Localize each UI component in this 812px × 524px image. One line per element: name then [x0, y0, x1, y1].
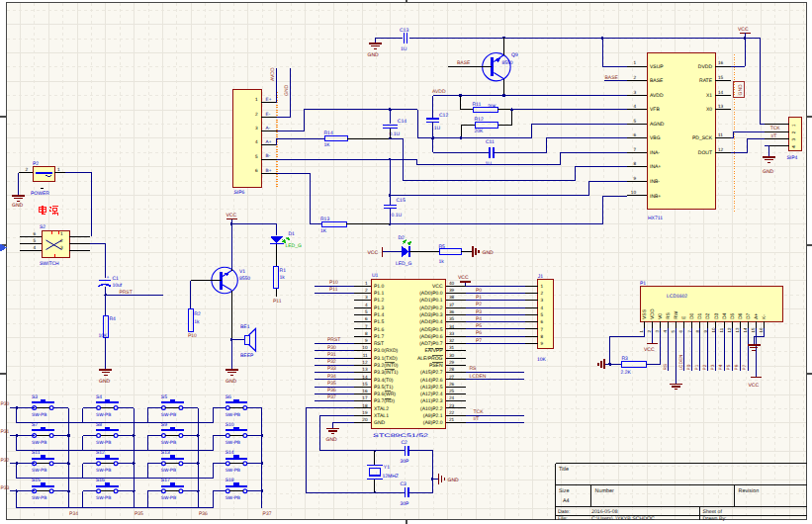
- svg-text:30: 30: [449, 353, 455, 358]
- svg-text:SW-PB: SW-PB: [96, 412, 111, 417]
- svg-text:S12: S12: [96, 450, 105, 456]
- svg-text:P37: P37: [327, 394, 336, 400]
- svg-text:12MHZ: 12MHZ: [383, 474, 399, 480]
- svg-text:8: 8: [365, 331, 368, 336]
- svg-text:RS: RS: [663, 364, 668, 371]
- svg-text:34: 34: [449, 324, 455, 329]
- svg-text:2.2K: 2.2K: [621, 370, 632, 376]
- svg-text:D2: D2: [705, 312, 711, 319]
- svg-text:P11: P11: [329, 287, 338, 293]
- svg-text:P0: P0: [686, 364, 691, 370]
- svg-text:24: 24: [449, 395, 455, 400]
- svg-text:AVDD: AVDD: [432, 89, 446, 95]
- svg-text:1U: 1U: [486, 161, 493, 167]
- svg-text:P7: P7: [476, 338, 482, 344]
- svg-text:1U: 1U: [401, 46, 407, 52]
- svg-text:9: 9: [365, 338, 368, 343]
- svg-text:E+: E+: [266, 97, 272, 102]
- svg-text:VFB: VFB: [650, 107, 660, 113]
- svg-text:P3: P3: [476, 309, 482, 315]
- svg-text:GND: GND: [12, 203, 24, 209]
- svg-text:1K: 1K: [320, 228, 327, 234]
- svg-text:6: 6: [541, 319, 544, 324]
- svg-text:PRST: PRST: [119, 290, 132, 296]
- svg-text:D0: D0: [689, 312, 695, 319]
- svg-text:1k: 1k: [194, 319, 200, 325]
- svg-text:10K: 10K: [99, 333, 109, 339]
- svg-text:GND: GND: [763, 169, 774, 175]
- svg-text:GND: GND: [326, 437, 338, 443]
- svg-text:S13: S13: [161, 450, 170, 456]
- svg-text:(A11)P2.3: (A11)P2.3: [420, 398, 442, 404]
- svg-text:19: 19: [362, 410, 368, 415]
- svg-text:40: 40: [449, 281, 455, 286]
- svg-text:5: 5: [365, 309, 368, 314]
- svg-text:U1: U1: [372, 273, 379, 279]
- svg-text:(AD4)P0.4: (AD4)P0.4: [419, 319, 443, 325]
- svg-text:2: 2: [26, 167, 29, 172]
- svg-text:SW-PB: SW-PB: [226, 495, 240, 500]
- svg-text:S15: S15: [32, 478, 41, 483]
- svg-text:0.1U: 0.1U: [390, 131, 401, 137]
- svg-text:(A15)P2.7: (A15)P2.7: [420, 370, 443, 376]
- svg-text:7: 7: [541, 327, 544, 332]
- svg-text:SW-PB: SW-PB: [32, 412, 46, 417]
- svg-text:13: 13: [718, 104, 724, 109]
- svg-text:P1.6: P1.6: [374, 327, 385, 333]
- svg-text:R5: R5: [439, 244, 446, 250]
- svg-text:30P: 30P: [401, 459, 410, 465]
- svg-text:14: 14: [362, 375, 368, 380]
- svg-text:16: 16: [718, 60, 724, 65]
- svg-text:X1: X1: [706, 93, 712, 99]
- svg-text:P2: P2: [33, 161, 39, 167]
- svg-text:VCC: VCC: [432, 284, 443, 290]
- svg-text:P35: P35: [327, 381, 336, 387]
- svg-text:2: 2: [791, 131, 796, 133]
- svg-text:RS: RS: [666, 311, 672, 319]
- svg-text:14: 14: [743, 327, 748, 333]
- svg-text:7: 7: [633, 147, 636, 152]
- svg-text:2016-05-08: 2016-05-08: [591, 509, 618, 515]
- svg-text:EA/VPP: EA/VPP: [424, 348, 443, 354]
- svg-text:RATE: RATE: [699, 78, 713, 84]
- svg-text:R11: R11: [473, 102, 482, 108]
- svg-text:2: 2: [60, 238, 63, 243]
- svg-text:P6: P6: [476, 330, 482, 336]
- svg-text:(AD0)P0.0: (AD0)P0.0: [419, 291, 443, 297]
- svg-text:P0: P0: [476, 288, 482, 294]
- svg-text:4: 4: [255, 139, 258, 144]
- svg-text:2: 2: [365, 288, 368, 293]
- svg-text:P5: P5: [726, 364, 731, 370]
- svg-text:3: 3: [541, 298, 544, 303]
- svg-text:GND: GND: [226, 379, 237, 385]
- svg-text:INB-: INB-: [650, 179, 660, 185]
- svg-text:R14: R14: [324, 131, 333, 136]
- svg-text:11: 11: [718, 132, 723, 137]
- svg-text:P3.0(RXD): P3.0(RXD): [374, 348, 399, 354]
- svg-text:16: 16: [362, 389, 368, 393]
- svg-text:5: 5: [255, 154, 258, 159]
- svg-text:20K: 20K: [488, 104, 497, 110]
- svg-text:TCK: TCK: [474, 409, 485, 415]
- svg-text:(A12)P2.4: (A12)P2.4: [420, 392, 443, 397]
- svg-text:C15: C15: [397, 198, 406, 204]
- svg-text:P7: P7: [742, 364, 747, 370]
- svg-text:11: 11: [719, 327, 724, 332]
- svg-text:RS: RS: [470, 366, 478, 372]
- svg-text:S3: S3: [32, 394, 38, 400]
- svg-text:C13: C13: [400, 28, 408, 34]
- svg-text:C1: C1: [113, 276, 120, 282]
- svg-text:D2: D2: [399, 235, 406, 241]
- svg-text:A-: A-: [266, 126, 271, 131]
- svg-text:P35: P35: [135, 511, 143, 517]
- svg-text:1K: 1K: [324, 142, 331, 148]
- svg-text:AVDD: AVDD: [650, 93, 664, 99]
- svg-text:D5: D5: [730, 312, 736, 319]
- svg-text:35: 35: [449, 316, 455, 321]
- svg-text:D6: D6: [738, 312, 744, 319]
- svg-text:P30: P30: [1, 401, 10, 407]
- svg-text:GND: GND: [368, 52, 380, 58]
- svg-text:LCD1602: LCD1602: [667, 294, 687, 300]
- svg-text:A+: A+: [266, 139, 272, 144]
- svg-text:SW-PB: SW-PB: [96, 468, 111, 473]
